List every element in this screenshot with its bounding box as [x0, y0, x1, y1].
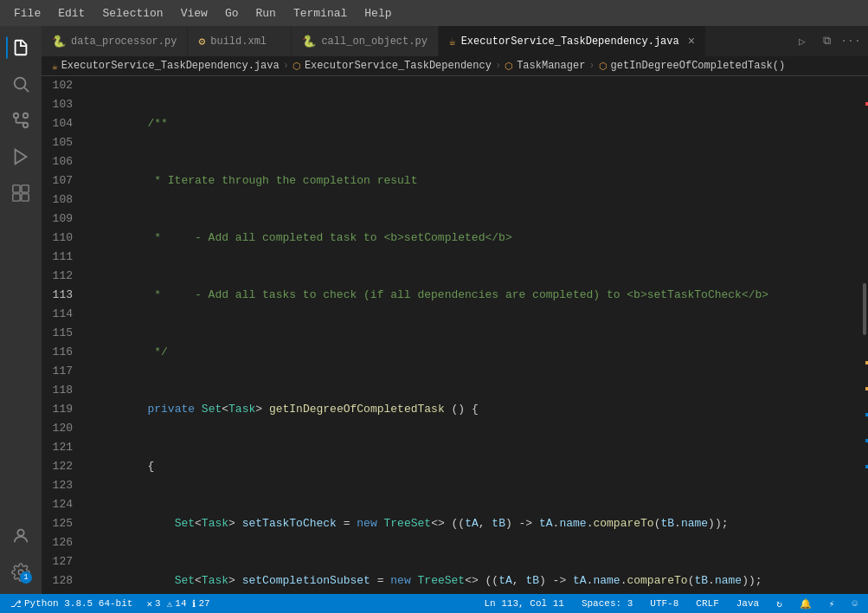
breadcrumb-class[interactable]: ExecutorService_TaskDependency	[305, 60, 492, 72]
feedback-icon: ☺	[852, 598, 858, 609]
activity-extensions-icon[interactable]	[6, 178, 35, 208]
split-editor-button[interactable]: ⧉	[816, 31, 837, 52]
tab-label-data-processor: data_processor.py	[71, 35, 177, 48]
spaces-label: Spaces: 3	[582, 598, 633, 609]
status-spaces[interactable]: Spaces: 3	[578, 594, 636, 613]
scrollbar-thumb[interactable]	[863, 283, 866, 335]
menu-go[interactable]: Go	[218, 5, 246, 22]
activity-account-icon[interactable]	[6, 521, 35, 551]
menu-terminal[interactable]: Terminal	[286, 5, 354, 22]
line-num-117: 117	[42, 362, 87, 381]
line-num-107: 107	[42, 171, 87, 190]
encoding-label: UTF-8	[650, 598, 678, 609]
tab-icon-xml: ⚙	[198, 35, 205, 48]
activity-search-icon[interactable]	[6, 69, 35, 99]
bell-icon: 🔔	[800, 598, 812, 610]
code-editor[interactable]: 102 103 104 105 106 107 108 109 110 111 …	[42, 76, 868, 594]
error-icon: ✕	[146, 598, 152, 610]
tab-icon-python2: 🐍	[302, 35, 316, 48]
line-num-102: 102	[42, 76, 87, 95]
menu-view[interactable]: View	[174, 5, 215, 22]
menu-selection[interactable]: Selection	[95, 5, 170, 22]
line-num-128: 128	[42, 571, 87, 590]
svg-rect-10	[13, 194, 20, 201]
status-sync[interactable]: ↻	[773, 594, 786, 613]
breadcrumb-file[interactable]: ExecutorService_TaskDependency.java	[61, 60, 280, 72]
status-language[interactable]: Java	[733, 594, 762, 613]
status-line-ending[interactable]: CRLF	[692, 594, 722, 613]
run-button[interactable]: ▷	[792, 31, 813, 52]
status-branch[interactable]: ⎇ Python 3.8.5 64-bit	[7, 594, 136, 613]
tab-data-processor[interactable]: 🐍 data_processor.py	[42, 26, 188, 56]
line-num-125: 125	[42, 514, 87, 533]
line-num-110: 110	[42, 229, 87, 248]
line-num-114: 114	[42, 305, 87, 324]
status-left: ⎇ Python 3.8.5 64-bit ✕ 3 ⚠ 14 ℹ 27	[7, 594, 214, 613]
svg-point-12	[17, 530, 23, 536]
line-num-116: 116	[42, 343, 87, 362]
line-num-120: 120	[42, 419, 87, 438]
svg-line-1	[24, 87, 29, 92]
warning-icon: ⚠	[167, 598, 173, 610]
line-numbers: 102 103 104 105 106 107 108 109 110 111 …	[42, 76, 87, 594]
line-num-112: 112	[42, 267, 87, 286]
status-bar: ⎇ Python 3.8.5 64-bit ✕ 3 ⚠ 14 ℹ 27 Ln 1…	[0, 594, 868, 613]
line-num-111: 111	[42, 248, 87, 267]
position-label: Ln 113, Col 11	[484, 598, 563, 609]
menu-help[interactable]: Help	[357, 5, 398, 22]
editor-area: 🐍 data_processor.py ⚙ build.xml 🐍 call_o…	[42, 26, 868, 594]
svg-point-2	[14, 113, 19, 119]
svg-rect-11	[22, 194, 29, 201]
status-bell[interactable]: 🔔	[796, 594, 815, 613]
activity-files-icon[interactable]	[6, 33, 35, 62]
tab-call-on-object[interactable]: 🐍 call_on_object.py	[292, 26, 438, 56]
activity-bar: 1	[0, 26, 42, 594]
svg-rect-9	[22, 185, 29, 192]
activity-run-icon[interactable]	[6, 142, 35, 171]
code-line-105: * - Add all tasks to check (if all depen…	[93, 286, 849, 305]
tab-label-executor-service: ExecutorService_TaskDependency.java	[461, 35, 679, 48]
menu-run[interactable]: Run	[248, 5, 282, 22]
status-errors[interactable]: ✕ 3 ⚠ 14 ℹ 27	[143, 594, 213, 613]
tab-actions: ▷ ⧉ ···	[785, 26, 868, 56]
breadcrumb-subclass[interactable]: TaskManager	[517, 60, 585, 72]
breadcrumb-method[interactable]: getInDegreeOfCompletedTask()	[611, 60, 786, 72]
status-feedback[interactable]: ☺	[848, 594, 861, 613]
code-line-103: * Iterate through the completion result	[93, 171, 849, 190]
line-num-103: 103	[42, 95, 87, 114]
code-line-106: */	[93, 343, 849, 362]
line-num-105: 105	[42, 133, 87, 152]
breadcrumb: ☕ ExecutorService_TaskDependency.java › …	[42, 56, 868, 76]
menu-file[interactable]: File	[7, 5, 48, 22]
info-icon: ℹ	[192, 598, 196, 610]
tab-icon-java: ☕	[449, 35, 456, 48]
status-live-share[interactable]: ⚡	[826, 594, 839, 613]
more-actions-button[interactable]: ···	[840, 31, 861, 52]
line-num-126: 126	[42, 533, 87, 552]
info-count: 27	[198, 598, 209, 609]
line-num-127: 127	[42, 552, 87, 571]
code-content[interactable]: /** * Iterate through the completion res…	[87, 76, 856, 594]
line-num-113: 113	[42, 286, 87, 305]
code-line-104: * - Add all completed task to <b>setComp…	[93, 229, 849, 248]
line-num-121: 121	[42, 438, 87, 457]
activity-settings-icon[interactable]: 1	[6, 558, 35, 587]
sync-icon: ↻	[776, 598, 782, 610]
tab-executor-service[interactable]: ☕ ExecutorService_TaskDependency.java ×	[439, 26, 706, 56]
tab-build-xml[interactable]: ⚙ build.xml	[188, 26, 292, 56]
main-layout: 1 🐍 data_processor.py ⚙ build.xml 🐍 call…	[0, 26, 868, 594]
tab-icon-python: 🐍	[52, 35, 66, 48]
svg-point-4	[23, 113, 29, 119]
menu-edit[interactable]: Edit	[51, 5, 92, 22]
status-position[interactable]: Ln 113, Col 11	[480, 594, 567, 613]
line-num-104: 104	[42, 114, 87, 133]
code-line-102: /**	[93, 114, 849, 133]
tab-close-executor-service[interactable]: ×	[688, 35, 695, 48]
scrollbar-track[interactable]	[856, 76, 868, 594]
activity-source-control-icon[interactable]	[6, 106, 35, 135]
settings-badge: 1	[20, 571, 32, 584]
tab-bar: 🐍 data_processor.py ⚙ build.xml 🐍 call_o…	[42, 26, 868, 56]
code-line-107: private Set<Task> getInDegreeOfCompleted…	[93, 400, 849, 419]
code-line-108: {	[93, 457, 849, 476]
status-encoding[interactable]: UTF-8	[646, 594, 682, 613]
